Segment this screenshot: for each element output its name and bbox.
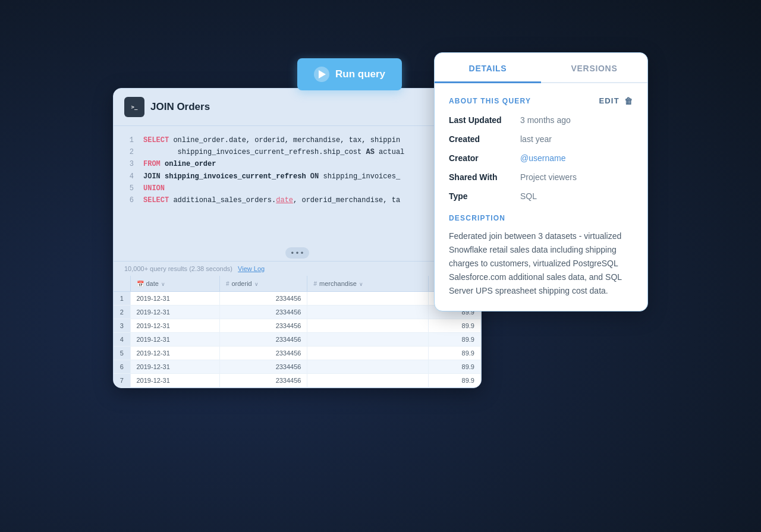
col-header-date[interactable]: 📅date∨	[130, 276, 219, 292]
table-row: 7 2019-12-31 2334456 89.9	[114, 373, 481, 387]
cell-merchandise	[307, 332, 428, 346]
cell-orderid: 2334456	[219, 319, 307, 332]
field-value-type: SQL	[520, 191, 633, 201]
row-number: 2	[114, 305, 130, 319]
field-value-shared-with: Project viewers	[520, 172, 633, 182]
sql-icon-label: >_	[131, 104, 138, 110]
row-number: 7	[114, 373, 130, 387]
field-label-type: Type	[449, 191, 520, 201]
code-line: 6 SELECT additional_sales_orders.date, o…	[124, 194, 470, 206]
more-pill-label: • • •	[285, 247, 310, 259]
line-number: 2	[124, 146, 134, 158]
tab-versions[interactable]: VERSIONS	[541, 53, 647, 82]
cell-merchandise	[307, 305, 428, 319]
row-number: 1	[114, 291, 130, 305]
field-label-last-updated: Last Updated	[449, 115, 520, 125]
sql-editor-panel: >_ JOIN Orders 1 SELECT online_order.dat…	[113, 88, 482, 388]
field-label-shared-with: Shared With	[449, 172, 520, 182]
field-label-creator: Creator	[449, 153, 520, 163]
about-section-title: ABOUT THIS QUERY Edit 🗑	[449, 96, 633, 106]
row-num-header	[114, 276, 130, 292]
edit-link[interactable]: Edit	[599, 96, 619, 105]
sql-icon: >_	[124, 97, 144, 117]
info-grid: Last Updated 3 months ago Created last y…	[449, 115, 633, 201]
field-value-created: last year	[520, 134, 633, 144]
cell-tax: 89.9	[428, 332, 480, 346]
line-number: 1	[124, 134, 134, 146]
code-line: 5 UNION	[124, 182, 470, 194]
code-line: 3 FROM online_order	[124, 158, 470, 170]
cell-date: 2019-12-31	[130, 346, 219, 360]
sql-panel-header: >_ JOIN Orders	[114, 89, 481, 126]
code-line: 2 shipping_invoices_current_refresh.ship…	[124, 146, 470, 158]
cell-tax: 89.9	[428, 373, 480, 387]
cell-tax: 89.9	[428, 346, 480, 360]
cell-tax: 89.9	[428, 319, 480, 332]
description-text: Federated join between 3 datasets - virt…	[449, 229, 633, 298]
cell-orderid: 2334456	[219, 346, 307, 360]
table-row: 2 2019-12-31 2334456 89.9	[114, 305, 481, 319]
code-content: JOIN shipping_invoices_current_refresh O…	[143, 171, 400, 182]
results-table: 📅date∨ #orderid∨ #merchandise∨ #tax 1 20…	[114, 276, 481, 388]
cell-date: 2019-12-31	[130, 291, 219, 305]
code-content: SELECT online_order.date, orderid, merch…	[143, 134, 400, 146]
cell-date: 2019-12-31	[130, 319, 219, 332]
cell-merchandise	[307, 373, 428, 387]
row-number: 5	[114, 346, 130, 360]
table-row: 3 2019-12-31 2334456 89.9	[114, 319, 481, 332]
results-count: 10,000+ query results (2.38 seconds)	[124, 265, 232, 272]
cell-merchandise	[307, 346, 428, 360]
field-value-last-updated: 3 months ago	[520, 115, 633, 125]
code-line: 1 SELECT online_order.date, orderid, mer…	[124, 134, 470, 146]
cell-merchandise	[307, 360, 428, 373]
line-number: 6	[124, 194, 134, 206]
code-content: UNION	[143, 182, 165, 194]
line-number: 4	[124, 171, 134, 182]
code-content: shipping_invoices_current_refresh.ship_c…	[143, 146, 404, 158]
run-query-label: Run query	[335, 68, 385, 80]
table-row: 4 2019-12-31 2334456 89.9	[114, 332, 481, 346]
more-button[interactable]: • • •	[114, 245, 481, 261]
run-query-button[interactable]: Run query	[297, 58, 402, 90]
details-body: ABOUT THIS QUERY Edit 🗑 Last Updated 3 m…	[435, 83, 647, 311]
sql-panel-title: JOIN Orders	[150, 101, 210, 113]
cell-orderid: 2334456	[219, 360, 307, 373]
line-number: 3	[124, 158, 134, 170]
row-number: 4	[114, 332, 130, 346]
cell-orderid: 2334456	[219, 305, 307, 319]
play-icon	[314, 67, 329, 82]
code-content: FROM online_order	[143, 158, 216, 170]
trash-icon[interactable]: 🗑	[624, 96, 633, 106]
row-number: 3	[114, 319, 130, 332]
view-log-link[interactable]: View Log	[238, 265, 265, 272]
row-number: 6	[114, 360, 130, 373]
table-row: 6 2019-12-31 2334456 89.9	[114, 360, 481, 373]
cell-orderid: 2334456	[219, 291, 307, 305]
cell-date: 2019-12-31	[130, 360, 219, 373]
cell-merchandise	[307, 319, 428, 332]
code-line: 4 JOIN shipping_invoices_current_refresh…	[124, 171, 470, 182]
field-label-created: Created	[449, 134, 520, 144]
edit-group: Edit 🗑	[599, 96, 633, 106]
col-header-orderid[interactable]: #orderid∨	[219, 276, 307, 292]
description-section-title: DESCRIPTION	[449, 214, 633, 222]
table-row: 5 2019-12-31 2334456 89.9	[114, 346, 481, 360]
line-number: 5	[124, 182, 134, 194]
cell-orderid: 2334456	[219, 373, 307, 387]
cell-date: 2019-12-31	[130, 373, 219, 387]
play-triangle	[319, 70, 326, 78]
cell-orderid: 2334456	[219, 332, 307, 346]
cell-date: 2019-12-31	[130, 305, 219, 319]
cell-merchandise	[307, 291, 428, 305]
details-panel: DETAILS VERSIONS ABOUT THIS QUERY Edit 🗑…	[434, 52, 648, 311]
cell-tax: 89.9	[428, 360, 480, 373]
cell-date: 2019-12-31	[130, 332, 219, 346]
tab-details[interactable]: DETAILS	[435, 53, 541, 83]
code-content: SELECT additional_sales_orders.date, ord…	[143, 194, 400, 206]
tabs-row: DETAILS VERSIONS	[435, 53, 647, 83]
col-header-merchandise[interactable]: #merchandise∨	[307, 276, 428, 292]
results-bar: 10,000+ query results (2.38 seconds) Vie…	[114, 261, 481, 276]
table-row: 1 2019-12-31 2334456 89.9	[114, 291, 481, 305]
field-value-creator[interactable]: @username	[520, 153, 633, 163]
code-area[interactable]: 1 SELECT online_order.date, orderid, mer…	[114, 126, 481, 245]
